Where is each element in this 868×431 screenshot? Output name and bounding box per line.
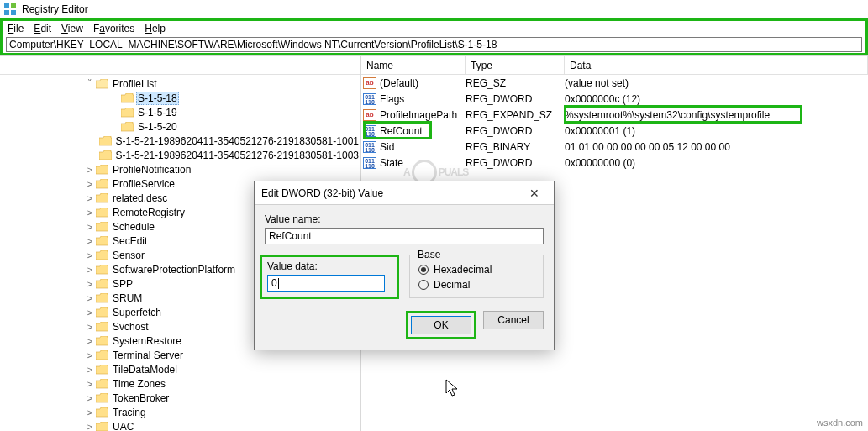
tree-label: Svchost <box>111 321 150 333</box>
expander-icon[interactable]: > <box>84 393 96 403</box>
expander-icon[interactable]: > <box>84 379 96 389</box>
tree-item-time-zones[interactable]: >Time Zones <box>0 376 360 391</box>
tree-item-tiledatamodel[interactable]: >TileDataModel <box>0 362 360 376</box>
value-data: %systemroot%\system32\config\systemprofi… <box>565 109 868 121</box>
expander-icon[interactable]: > <box>84 365 96 375</box>
menu-bar: File Edit View Favorites Help <box>0 18 868 35</box>
folder-icon <box>99 150 112 161</box>
string-value-icon: ab <box>363 77 376 89</box>
tree-label: ProfileList <box>111 78 159 90</box>
value-row-refcount[interactable]: 011110RefCountREG_DWORD0x00000001 (1) <box>361 123 868 139</box>
value-row--default-[interactable]: ab(Default)REG_SZ(value not set) <box>361 75 868 91</box>
expander-icon[interactable]: > <box>84 422 96 432</box>
expander-icon[interactable]: > <box>84 165 96 175</box>
menu-help[interactable]: Help <box>145 23 166 34</box>
value-data: 01 01 00 00 00 00 00 05 12 00 00 00 <box>565 141 868 153</box>
folder-icon <box>96 207 109 218</box>
value-data-label: Value data: <box>267 260 318 272</box>
value-type: REG_DWORD <box>466 93 565 105</box>
value-name: ProfileImagePath <box>378 109 466 121</box>
value-row-sid[interactable]: 011110SidREG_BINARY01 01 00 00 00 00 00 … <box>361 139 868 155</box>
expander-icon[interactable]: > <box>84 322 96 332</box>
expander-icon[interactable]: > <box>84 307 96 318</box>
tree-item-profilenotification[interactable]: >ProfileNotification <box>0 162 360 176</box>
tree-label: S-1-5-20 <box>136 121 179 133</box>
radio-decimal[interactable]: Decimal <box>418 279 534 291</box>
expander-icon[interactable]: > <box>84 279 96 289</box>
expander-icon[interactable]: > <box>84 193 96 203</box>
tree-label: S-1-5-19 <box>136 107 179 118</box>
expander-icon[interactable]: ˅ <box>84 78 96 89</box>
tree-label: S-1-5-18 <box>136 92 179 105</box>
tree-label: SecEdit <box>111 235 149 247</box>
binary-value-icon: 011110 <box>363 157 376 169</box>
value-name: Sid <box>378 141 466 153</box>
tree-label: Tracing <box>111 407 148 418</box>
folder-icon <box>96 407 109 418</box>
tree-label: Schedule <box>111 221 156 233</box>
folder-icon <box>121 92 134 104</box>
tree-sid-4[interactable]: S-1-5-21-1989620411-3540521276-219183058… <box>0 148 360 162</box>
folder-icon <box>121 121 134 133</box>
folder-icon <box>96 164 109 176</box>
tree-sid-3[interactable]: S-1-5-21-1989620411-3540521276-219183058… <box>0 134 360 148</box>
tree-item-tokenbroker[interactable]: >TokenBroker <box>0 391 360 405</box>
folder-icon <box>96 350 109 361</box>
value-name: (Default) <box>378 77 466 89</box>
expander-icon[interactable]: > <box>84 336 96 346</box>
expander-icon[interactable]: > <box>84 179 96 189</box>
value-row-profileimagepath[interactable]: abProfileImagePathREG_EXPAND_SZ%systemro… <box>361 107 868 123</box>
expander-icon[interactable]: > <box>84 250 96 260</box>
column-data[interactable]: Data <box>565 56 868 74</box>
svg-rect-1 <box>11 3 16 8</box>
value-type: REG_DWORD <box>466 157 565 169</box>
expander-icon[interactable]: > <box>84 236 96 246</box>
tree-item-tracing[interactable]: >Tracing <box>0 405 360 419</box>
value-name-field[interactable]: RefCount <box>265 228 544 244</box>
address-input[interactable] <box>6 37 862 52</box>
folder-icon <box>96 178 109 190</box>
tree-sid-1[interactable]: S-1-5-19 <box>0 105 360 119</box>
tree-item-uac[interactable]: >UAC <box>0 419 360 431</box>
binary-value-icon: 011110 <box>363 93 376 105</box>
folder-icon <box>96 307 109 318</box>
dialog-close-icon[interactable]: ✕ <box>522 187 547 200</box>
menu-edit[interactable]: Edit <box>34 23 51 34</box>
cancel-button[interactable]: Cancel <box>483 311 544 329</box>
tree-sid-2[interactable]: S-1-5-20 <box>0 119 360 134</box>
tree-label: S-1-5-21-1989620411-3540521276-219183058… <box>113 135 360 147</box>
expander-icon[interactable]: > <box>84 265 96 275</box>
tree-label: SystemRestore <box>111 335 183 347</box>
value-type: REG_EXPAND_SZ <box>466 109 565 121</box>
expander-icon[interactable]: > <box>84 407 96 418</box>
value-data: (value not set) <box>565 77 868 89</box>
folder-icon <box>96 335 109 347</box>
folder-icon <box>96 278 109 290</box>
expander-icon[interactable]: > <box>84 208 96 218</box>
window-title: Registry Editor <box>22 3 88 15</box>
menu-favorites[interactable]: Favorites <box>93 23 134 34</box>
credit-text: wsxdn.com <box>817 418 863 428</box>
menu-view[interactable]: View <box>61 23 83 34</box>
ok-button[interactable]: OK <box>411 316 471 334</box>
radio-hexadecimal[interactable]: Hexadecimal <box>418 264 534 276</box>
binary-value-icon: 011110 <box>363 141 376 153</box>
folder-icon <box>96 235 109 247</box>
expander-icon[interactable]: > <box>84 293 96 303</box>
column-name[interactable]: Name <box>361 56 466 74</box>
menu-file[interactable]: File <box>8 23 24 34</box>
tree-profilelist[interactable]: ˅ProfileList <box>0 76 360 91</box>
title-bar: Registry Editor <box>0 0 868 18</box>
expander-icon[interactable]: > <box>84 222 96 232</box>
folder-icon <box>96 378 109 390</box>
value-name: Flags <box>378 93 466 105</box>
value-row-flags[interactable]: 011110FlagsREG_DWORD0x0000000c (12) <box>361 91 868 107</box>
folder-icon <box>96 321 109 333</box>
tree-label: Superfetch <box>111 307 163 318</box>
tree-label: Sensor <box>111 250 146 261</box>
column-type[interactable]: Type <box>466 56 565 74</box>
value-data-field[interactable]: 0 <box>267 275 385 292</box>
expander-icon[interactable]: > <box>84 350 96 360</box>
address-bar <box>0 35 868 55</box>
tree-sid-0[interactable]: S-1-5-18 <box>0 91 360 105</box>
